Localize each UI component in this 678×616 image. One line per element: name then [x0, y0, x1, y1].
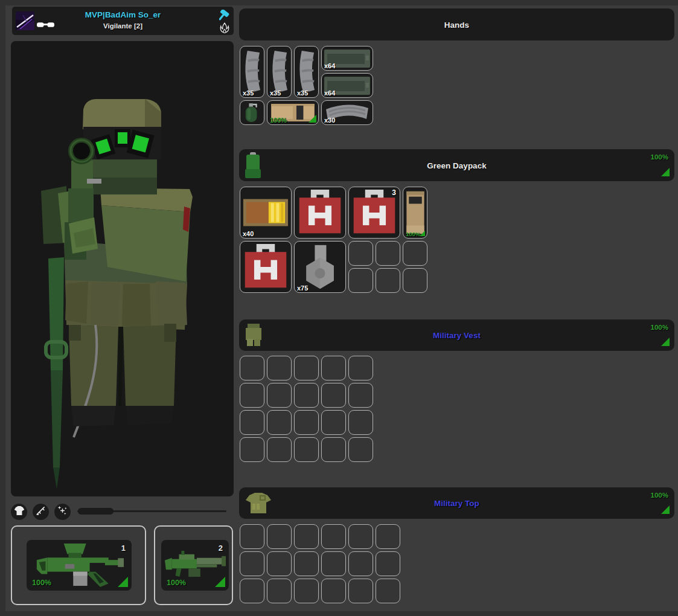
- quality-label: 100%: [270, 117, 287, 124]
- player-name: MVP|BadAim So_er: [12, 10, 234, 19]
- empty-slot[interactable]: [267, 383, 292, 408]
- hotbar-slot-1[interactable]: 1 100%: [11, 525, 146, 605]
- empty-slot[interactable]: [240, 356, 264, 380]
- empty-slot[interactable]: [240, 383, 264, 408]
- curved-magazine-item[interactable]: x35: [267, 46, 292, 98]
- empty-slot[interactable]: [267, 437, 292, 462]
- grenade-item[interactable]: [240, 100, 264, 125]
- empty-slot[interactable]: [348, 383, 373, 408]
- empty-slot[interactable]: [294, 356, 319, 380]
- empty-slot[interactable]: [348, 551, 373, 576]
- quality-triangle: [309, 115, 316, 123]
- hotbar-item-primary[interactable]: 1 100%: [27, 540, 132, 591]
- curved-magazine-item[interactable]: x35: [294, 46, 319, 98]
- flame-icon[interactable]: [220, 22, 229, 36]
- empty-slot[interactable]: [321, 524, 346, 549]
- quality-triangle: [118, 577, 128, 587]
- top-header[interactable]: Military Top 100%: [239, 487, 674, 519]
- quality-label: 100%: [651, 324, 668, 331]
- empty-slot[interactable]: [240, 410, 264, 435]
- slider-handle[interactable]: [78, 508, 114, 515]
- empty-slot[interactable]: [403, 241, 427, 266]
- empty-slot[interactable]: [321, 383, 346, 408]
- cosmetics-button[interactable]: [54, 504, 71, 520]
- medkit-icon: [350, 188, 398, 237]
- ammo-box-item[interactable]: x64: [321, 73, 373, 98]
- amount-label: x64: [324, 89, 335, 97]
- curved-magazine-icon: [269, 49, 289, 95]
- player-bar[interactable]: MVP|BadAim So_er Vigilante [2]: [12, 7, 234, 35]
- shirt-icon: [14, 506, 25, 518]
- quality-label: 100%: [32, 579, 51, 587]
- grenade-icon: [244, 103, 261, 123]
- empty-slot[interactable]: [321, 551, 346, 576]
- section-title: Green Daypack: [239, 161, 674, 170]
- wide-magazine-item[interactable]: x30: [321, 100, 373, 125]
- medkit-icon: [296, 188, 344, 237]
- empty-slot[interactable]: [348, 268, 373, 293]
- matches-item[interactable]: x40: [240, 187, 292, 239]
- hotkey-number: 2: [219, 544, 223, 553]
- ration-item[interactable]: 100%: [267, 100, 319, 125]
- empty-slot[interactable]: [348, 524, 373, 549]
- medkit-item[interactable]: 3: [348, 187, 400, 239]
- empty-slot[interactable]: [348, 410, 373, 435]
- hotbar-item-secondary[interactable]: 2 100%: [161, 540, 229, 591]
- empty-slot[interactable]: [294, 551, 319, 576]
- medkit-item[interactable]: [240, 241, 292, 293]
- empty-slot[interactable]: [321, 410, 346, 435]
- empty-slot[interactable]: [267, 579, 292, 603]
- empty-slot[interactable]: [294, 437, 319, 462]
- weapon-view-button[interactable]: [33, 504, 49, 520]
- matches-icon: [243, 198, 289, 227]
- empty-slot[interactable]: [348, 241, 373, 266]
- empty-slot[interactable]: [294, 410, 319, 435]
- empty-slot[interactable]: [403, 268, 427, 293]
- empty-slot[interactable]: [240, 551, 264, 576]
- quality-label: 100%: [406, 231, 420, 237]
- quality-triangle: [661, 168, 670, 176]
- character-preview-panel[interactable]: [11, 41, 234, 496]
- empty-slot[interactable]: [376, 241, 400, 266]
- empty-slot[interactable]: [294, 524, 319, 549]
- daypack-header[interactable]: Green Daypack 100%: [239, 149, 674, 181]
- empty-slot[interactable]: [321, 579, 346, 603]
- empty-slot[interactable]: [294, 579, 319, 603]
- hotbar-slot-2[interactable]: 2 100%: [154, 525, 233, 605]
- daypack-grid: x403100%x75: [240, 187, 427, 293]
- curved-magazine-item[interactable]: x35: [240, 46, 264, 98]
- nut-icon: [296, 243, 344, 291]
- quality-triangle: [420, 231, 425, 236]
- empty-slot[interactable]: [240, 524, 264, 549]
- rifle-icon: [36, 505, 46, 518]
- empty-slot[interactable]: [376, 524, 400, 549]
- empty-slot[interactable]: [267, 524, 292, 549]
- clothing-view-button[interactable]: [11, 504, 27, 520]
- empty-slot[interactable]: [376, 579, 400, 603]
- empty-slot[interactable]: [267, 356, 292, 380]
- ammo-box-item[interactable]: x64: [321, 46, 373, 71]
- empty-slot[interactable]: [321, 437, 346, 462]
- empty-slot[interactable]: [267, 410, 292, 435]
- top-grid: [240, 524, 400, 603]
- empty-slot[interactable]: [376, 268, 400, 293]
- inventory-screen: MVP|BadAim So_er Vigilante [2]: [0, 0, 678, 616]
- vest-header[interactable]: Military Vest 100%: [239, 319, 674, 351]
- empty-slot[interactable]: [348, 437, 373, 462]
- empty-slot[interactable]: [348, 579, 373, 603]
- curved-magazine-icon: [242, 49, 262, 95]
- amount-label: x35: [297, 89, 308, 97]
- nut-item[interactable]: x75: [294, 241, 346, 293]
- medkit-item[interactable]: [294, 187, 346, 239]
- empty-slot[interactable]: [376, 551, 400, 576]
- empty-slot[interactable]: [267, 551, 292, 576]
- empty-slot[interactable]: [240, 579, 264, 603]
- section-title: Military Vest: [239, 331, 674, 340]
- empty-slot[interactable]: [348, 356, 373, 380]
- empty-slot[interactable]: [240, 437, 264, 462]
- radio-item[interactable]: 100%: [403, 187, 427, 239]
- empty-slot[interactable]: [321, 356, 346, 380]
- left-edge-strip: [0, 0, 5, 616]
- empty-slot[interactable]: [294, 383, 319, 408]
- quality-label: 100%: [167, 579, 186, 587]
